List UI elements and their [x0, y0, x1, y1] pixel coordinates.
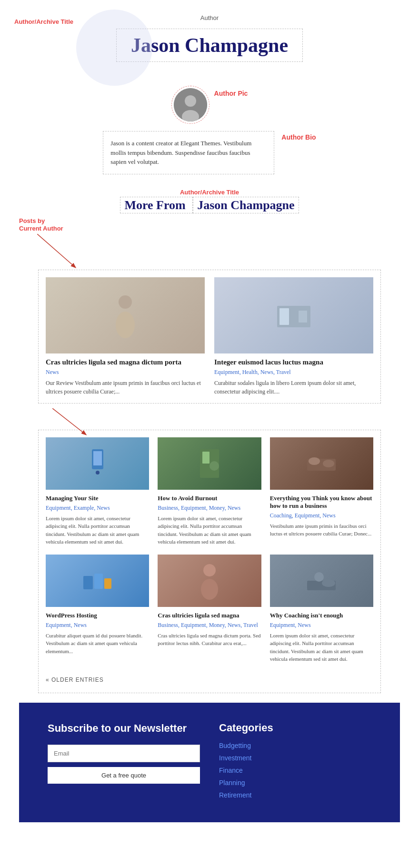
category-link-0[interactable]: Budgetting [219, 742, 251, 749]
post-card-5: Everything you Think you know about how … [270, 437, 373, 546]
category-item-0: Budgetting [219, 741, 371, 750]
author-archive-label: Author/Archive Title [14, 18, 73, 25]
email-input[interactable] [48, 745, 200, 762]
svg-point-6 [116, 312, 135, 338]
category-link-1[interactable]: Investment [219, 754, 251, 762]
post-card-6: WordPress Hosting Equipment, News Curabi… [46, 555, 149, 663]
category-link-2[interactable]: Finance [219, 767, 243, 774]
featured-post-2: Integer euismod lacus luctus magna Equip… [214, 277, 373, 396]
older-entries-link[interactable]: « OLDER ENTRIES [46, 676, 104, 683]
post-title-1: Cras ultricies ligula sed magna dictum p… [46, 358, 205, 366]
archive-title-label: Author/Archive Title [0, 189, 419, 196]
more-from-prefix: More From [120, 197, 193, 213]
post-image-1 [46, 277, 205, 353]
post-image-4 [158, 437, 261, 490]
svg-point-1 [185, 95, 196, 107]
svg-rect-9 [299, 311, 307, 323]
featured-post-1: Cras ultricies ligula sed magna dictum p… [46, 277, 205, 396]
post-excerpt-2: Curabitur sodales ligula in libero Lorem… [214, 379, 373, 396]
older-entries[interactable]: « OLDER ENTRIES [46, 672, 373, 686]
author-pic-wrapper [171, 86, 210, 124]
post-title-8: Why Coaching isn't enough [270, 612, 373, 619]
svg-rect-22 [94, 574, 103, 589]
footer-subscribe: Subscribe to our Newsletter Get a free q… [48, 722, 200, 803]
post-excerpt-7: Cras ultricies ligula sed magna dictum p… [158, 632, 261, 647]
author-pic-section: Author Pic [67, 86, 352, 124]
regular-posts-grid: Managing Your Site Equipment, Example, N… [38, 430, 381, 693]
svg-point-5 [119, 295, 132, 309]
author-avatar [174, 88, 207, 121]
footer-section: Subscribe to our Newsletter Get a free q… [19, 703, 400, 822]
svg-line-10 [52, 408, 86, 434]
svg-rect-23 [104, 578, 111, 589]
post-title-6: WordPress Hosting [46, 612, 149, 619]
post-excerpt-3: Lorem ipsum dolor sit amet, consectetur … [46, 515, 149, 546]
post-tags-6[interactable]: Equipment, News [46, 622, 149, 629]
author-pic-label: Author Pic [214, 90, 248, 97]
post-title-4: How to Avoid Burnout [158, 495, 261, 502]
footer-categories: Categories Budgetting Investment Finance… [219, 722, 371, 803]
author-bio-label: Author Bio [281, 133, 316, 141]
svg-point-27 [314, 572, 324, 582]
arrow-icon-2 [52, 408, 100, 442]
svg-point-17 [210, 461, 219, 471]
post-card-4: How to Avoid Burnout Business, Equipment… [158, 437, 261, 546]
post-excerpt-8: Lorem ipsum dolor sit amet, consectetur … [270, 632, 373, 663]
subscribe-title: Subscribe to our Newsletter [48, 722, 200, 736]
svg-point-28 [322, 579, 335, 587]
category-item-3: Planning [219, 778, 371, 787]
post-card-8: Why Coaching isn't enough Equipment, New… [270, 555, 373, 663]
post-tags-1[interactable]: News [46, 369, 205, 376]
svg-rect-21 [83, 576, 93, 589]
category-link-3[interactable]: Planning [219, 779, 245, 787]
more-from-author: Jason Champagne [193, 197, 299, 213]
author-bio-box: Jason is a content creator at Elegant Th… [103, 131, 274, 174]
post-excerpt-6: Curabitur aliquet quam id dui posuere bl… [46, 632, 149, 656]
post-tags-5[interactable]: Coaching, Equipment, News [270, 512, 373, 519]
post-title-7: Cras ultricies ligula sed magna [158, 612, 261, 619]
post-title-3: Managing Your Site [46, 495, 149, 502]
svg-line-3 [37, 234, 75, 267]
post-image-2 [214, 277, 373, 353]
posts-by-label: Posts byCurrent Author [19, 217, 63, 233]
post-image-7 [158, 555, 261, 607]
category-item-4: Retirement [219, 791, 371, 799]
post-card-7: Cras ultricies ligula sed magna Business… [158, 555, 261, 663]
post-excerpt-4: Lorem ipsum dolor sit amet, consectetur … [158, 515, 261, 546]
post-tags-7[interactable]: Business, Equipment, Money, News, Travel [158, 622, 261, 629]
author-name-title: Jason Champagne [131, 34, 288, 57]
categories-list: Budgetting Investment Finance Planning R… [219, 741, 371, 799]
post-image-8 [270, 555, 373, 607]
categories-title: Categories [219, 722, 371, 734]
svg-point-25 [201, 579, 218, 600]
post-tags-3[interactable]: Equipment, Example, News [46, 505, 149, 512]
post-excerpt-5: Vestibulum ante ipsum primis in faucibus… [270, 522, 373, 538]
category-item-1: Investment [219, 754, 371, 762]
featured-posts-grid: Cras ultricies ligula sed magna dictum p… [38, 270, 381, 404]
post-card-3: Managing Your Site Equipment, Example, N… [46, 437, 149, 546]
author-bio-section: Jason is a content creator at Elegant Th… [62, 131, 357, 174]
svg-point-14 [96, 471, 100, 474]
header-section: Author/Archive Title Author Jason Champa… [0, 0, 419, 71]
post-image-6 [46, 555, 149, 607]
post-image-5 [270, 437, 373, 490]
post-title-5: Everything you Think you know about how … [270, 495, 373, 510]
category-link-4[interactable]: Retirement [219, 791, 251, 799]
decorative-bubble [76, 10, 152, 86]
post-title-2: Integer euismod lacus luctus magna [214, 358, 373, 366]
get-quote-button[interactable]: Get a free quote [48, 767, 200, 784]
more-from-section: Author/Archive Title More From Jason Cha… [0, 189, 419, 212]
post-image-3 [46, 437, 149, 490]
svg-rect-16 [202, 452, 210, 464]
category-item-2: Finance [219, 766, 371, 775]
post-tags-2[interactable]: Equipment, Health, News, Travel [214, 369, 373, 376]
arrow-icon [37, 234, 94, 277]
post-tags-4[interactable]: Business, Equipment, Money, News [158, 505, 261, 512]
author-bio-text: Jason is a content creator at Elegant Th… [110, 139, 267, 167]
svg-point-19 [309, 457, 320, 465]
svg-rect-13 [93, 451, 102, 465]
post-tags-8[interactable]: Equipment, News [270, 622, 373, 629]
post-excerpt-1: Our Review Vestibulum ante ipsum primis … [46, 379, 205, 396]
svg-rect-8 [279, 308, 289, 325]
svg-point-24 [203, 564, 216, 576]
